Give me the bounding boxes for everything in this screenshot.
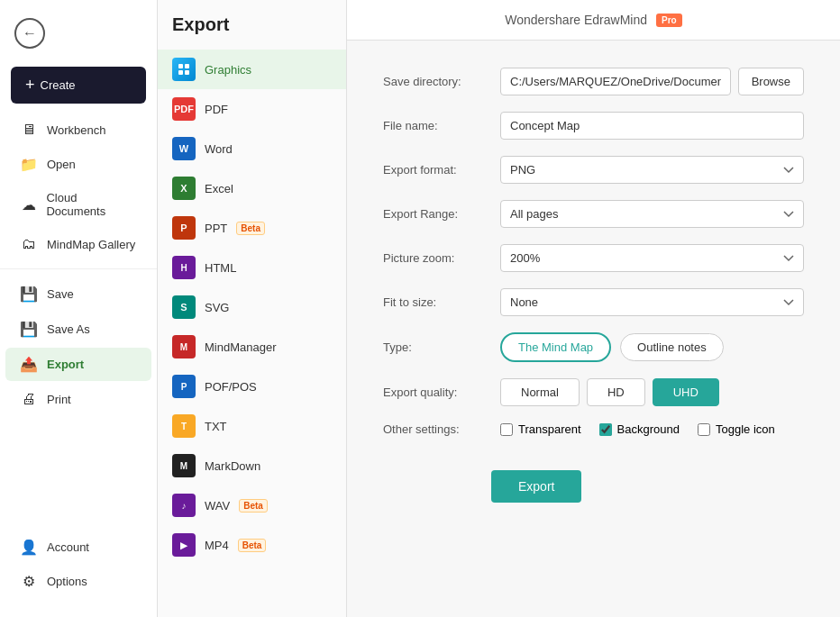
- svg-icon: S: [172, 295, 196, 319]
- picture-zoom-label: Picture zoom:: [383, 251, 491, 265]
- format-item-excel[interactable]: X Excel: [158, 168, 346, 208]
- format-label: WAV: [205, 499, 230, 513]
- export-quality-label: Export quality:: [383, 386, 491, 399]
- print-icon: 🖨: [20, 391, 38, 407]
- format-label: MarkDown: [205, 459, 260, 473]
- sidebar-item-export[interactable]: 📤 Export: [5, 348, 151, 381]
- workbench-icon: 🖥: [20, 122, 38, 138]
- sidebar-item-label: Options: [47, 575, 87, 588]
- svg-rect-0: [178, 64, 183, 68]
- format-item-markdown[interactable]: M MarkDown: [158, 446, 346, 485]
- format-item-html[interactable]: H HTML: [158, 248, 346, 287]
- sidebar-item-cloud-documents[interactable]: ☁ Cloud Documents: [5, 183, 151, 226]
- export-form: Save directory: Browse File name: Export…: [347, 41, 840, 617]
- quality-normal-button[interactable]: Normal: [500, 378, 580, 406]
- sidebar-item-workbench[interactable]: 🖥 Workbench: [5, 113, 151, 146]
- sidebar: ← + Create 🖥 Workbench 📁 Open ☁ Cloud Do…: [0, 0, 158, 617]
- mp4-beta-badge: Beta: [238, 539, 267, 552]
- account-icon: 👤: [20, 539, 38, 556]
- toggle-icon-checkbox-item[interactable]: Toggle icon: [698, 422, 775, 436]
- export-format-panel: Export Graphics PDF PDF W Word X Excel P…: [158, 0, 347, 617]
- transparent-checkbox[interactable]: [500, 423, 513, 436]
- transparent-label: Transparent: [518, 422, 581, 436]
- format-item-mindmanager[interactable]: M MindManager: [158, 327, 346, 367]
- sidebar-item-open[interactable]: 📁 Open: [5, 148, 151, 181]
- save-directory-input[interactable]: [500, 68, 731, 95]
- fit-to-size-control: None A4 A3: [500, 288, 804, 316]
- html-icon: H: [172, 256, 196, 279]
- picture-zoom-control: 200% 100% 150% 300%: [500, 244, 804, 272]
- fit-to-size-select[interactable]: None A4 A3: [500, 288, 804, 316]
- format-label: TXT: [205, 420, 227, 433]
- back-button[interactable]: ←: [0, 9, 157, 58]
- mindmanager-icon: M: [172, 335, 196, 358]
- export-quality-control: Normal HD UHD: [500, 378, 804, 406]
- fit-to-size-label: Fit to size:: [383, 295, 491, 309]
- export-format-select[interactable]: PNG JPG BMP TIFF: [500, 156, 804, 184]
- type-outline-notes-button[interactable]: Outline notes: [620, 333, 724, 361]
- quality-uhd-button[interactable]: UHD: [653, 378, 719, 406]
- save-directory-row: Save directory: Browse: [383, 68, 804, 95]
- transparent-checkbox-item[interactable]: Transparent: [500, 422, 581, 436]
- sidebar-item-label: Print: [47, 393, 71, 406]
- sidebar-item-label: Save As: [47, 322, 90, 336]
- app-name: Wondershare EdrawMind: [505, 13, 647, 27]
- save-icon: 💾: [20, 286, 38, 303]
- format-label: POF/POS: [205, 380, 257, 394]
- picture-zoom-select[interactable]: 200% 100% 150% 300%: [500, 244, 804, 272]
- export-quality-row: Export quality: Normal HD UHD: [383, 378, 804, 406]
- type-mind-map-button[interactable]: The Mind Map: [500, 332, 611, 362]
- format-item-txt[interactable]: T TXT: [158, 406, 346, 446]
- options-icon: ⚙: [20, 573, 38, 590]
- sidebar-item-label: Save: [47, 287, 74, 301]
- sidebar-divider: [0, 268, 157, 269]
- format-label: Word: [205, 142, 233, 156]
- main-panel: Wondershare EdrawMind Pro Save directory…: [347, 0, 840, 617]
- format-item-wav[interactable]: ♪ WAV Beta: [158, 485, 346, 525]
- create-button[interactable]: + Create: [11, 67, 146, 104]
- save-as-icon: 💾: [20, 321, 38, 338]
- format-item-ppt[interactable]: P PPT Beta: [158, 208, 346, 248]
- ppt-icon: P: [172, 216, 196, 240]
- pof-icon: P: [172, 375, 196, 398]
- format-item-pdf[interactable]: PDF PDF: [158, 89, 346, 129]
- sidebar-item-print[interactable]: 🖨 Print: [5, 383, 151, 415]
- sidebar-item-save[interactable]: 💾 Save: [5, 277, 151, 311]
- file-name-input[interactable]: [500, 112, 804, 140]
- format-item-svg[interactable]: S SVG: [158, 287, 346, 327]
- browse-button[interactable]: Browse: [738, 68, 804, 95]
- quality-hd-button[interactable]: HD: [587, 378, 645, 406]
- sidebar-item-mindmap-gallery[interactable]: 🗂 MindMap Gallery: [5, 228, 151, 260]
- toggle-icon-checkbox[interactable]: [698, 423, 710, 436]
- plus-icon: +: [25, 76, 35, 95]
- word-icon: W: [172, 137, 196, 160]
- pro-badge: Pro: [656, 14, 682, 27]
- export-range-row: Export Range: All pages Current page: [383, 200, 804, 228]
- format-label: SVG: [205, 301, 229, 314]
- save-directory-label: Save directory:: [383, 75, 491, 88]
- sidebar-item-account[interactable]: 👤 Account: [5, 531, 151, 564]
- export-format-control: PNG JPG BMP TIFF: [500, 156, 804, 184]
- sidebar-item-options[interactable]: ⚙ Options: [5, 565, 151, 598]
- export-button[interactable]: Export: [491, 470, 581, 503]
- graphics-icon: [172, 58, 196, 81]
- background-checkbox[interactable]: [599, 423, 612, 436]
- export-icon: 📤: [20, 356, 38, 373]
- format-label: Excel: [205, 182, 233, 195]
- background-checkbox-item[interactable]: Background: [599, 422, 680, 436]
- format-item-mp4[interactable]: ▶ MP4 Beta: [158, 525, 346, 565]
- format-label: MP4: [205, 539, 229, 552]
- format-item-word[interactable]: W Word: [158, 129, 346, 168]
- type-row: Type: The Mind Map Outline notes: [383, 332, 804, 362]
- file-name-row: File name:: [383, 112, 804, 140]
- format-item-pof[interactable]: P POF/POS: [158, 367, 346, 406]
- fit-to-size-row: Fit to size: None A4 A3: [383, 288, 804, 316]
- export-range-select[interactable]: All pages Current page: [500, 200, 804, 228]
- gallery-icon: 🗂: [20, 236, 38, 252]
- sidebar-item-save-as[interactable]: 💾 Save As: [5, 313, 151, 346]
- sidebar-item-label: Export: [47, 358, 84, 371]
- other-settings-label: Other settings:: [383, 422, 491, 436]
- create-label: Create: [41, 78, 76, 92]
- format-item-graphics[interactable]: Graphics: [158, 50, 346, 89]
- file-name-label: File name:: [383, 119, 491, 132]
